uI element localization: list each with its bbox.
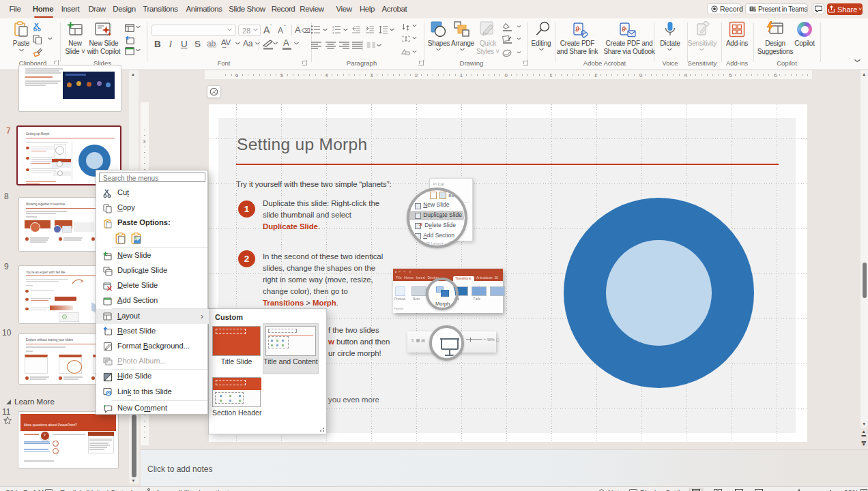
svg-text:3: 3 bbox=[332, 31, 334, 34]
